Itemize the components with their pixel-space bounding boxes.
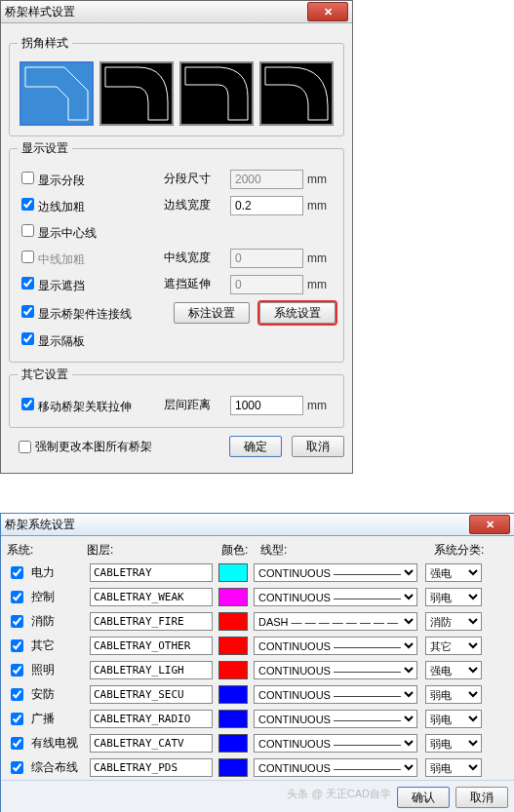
layer-input[interactable] — [90, 637, 213, 655]
show-connector-checkbox[interactable] — [21, 305, 34, 318]
row-checkbox[interactable] — [11, 713, 23, 725]
block-ext-input[interactable] — [230, 275, 303, 294]
system-row: 广播 CONTINUOUS ———————— 弱电 — [1, 707, 514, 731]
close-button-2[interactable]: ✕ — [469, 515, 510, 534]
block-ext-label: 遮挡延伸 — [164, 276, 224, 292]
system-name: 综合布线 — [31, 759, 90, 776]
system-settings-button[interactable]: 系统设置 — [259, 302, 336, 324]
color-swatch[interactable] — [218, 563, 248, 582]
color-swatch[interactable] — [218, 710, 248, 728]
color-swatch[interactable] — [218, 685, 248, 704]
system-settings-dialog: 桥架系统设置 ✕ 系统: 图层: 颜色: 线型: 系统分类: 电力 CONTIN… — [0, 513, 514, 812]
ok-button-2[interactable]: 确认 — [397, 787, 450, 808]
corner-option-3[interactable] — [179, 61, 254, 126]
edge-width-input[interactable] — [230, 196, 303, 215]
hdr-system: 系统: — [7, 542, 87, 559]
show-connector-label: 显示桥架件连接线 — [38, 307, 132, 321]
color-swatch[interactable] — [218, 588, 248, 606]
color-swatch[interactable] — [218, 758, 248, 777]
color-swatch[interactable] — [218, 734, 248, 753]
layer-input[interactable] — [90, 734, 213, 753]
class-select[interactable]: 弱电 — [425, 685, 482, 704]
show-seg-checkbox[interactable] — [21, 172, 34, 184]
force-all-checkbox[interactable] — [19, 441, 31, 453]
class-select[interactable]: 消防 — [425, 612, 482, 631]
layer-input[interactable] — [90, 563, 213, 582]
show-partition-checkbox[interactable] — [21, 332, 34, 345]
corner-option-2[interactable] — [99, 61, 174, 126]
cancel-button-2[interactable]: 取消 — [455, 787, 508, 808]
show-partition-label: 显示隔板 — [38, 334, 85, 348]
ok-button[interactable]: 确定 — [229, 436, 282, 457]
system-name: 有线电视 — [31, 735, 90, 752]
block-ext-unit: mm — [307, 278, 327, 291]
linetype-select[interactable]: CONTINUOUS ———————— — [254, 588, 417, 606]
bold-edge-checkbox[interactable] — [21, 198, 34, 211]
titlebar-2[interactable]: 桥架系统设置 ✕ — [1, 514, 514, 536]
linetype-select[interactable]: CONTINUOUS ———————— — [254, 758, 417, 777]
linetype-select[interactable]: DASH — — — — — — — — — [254, 612, 417, 631]
system-row: 安防 CONTINUOUS ———————— 弱电 — [1, 682, 514, 707]
layer-input[interactable] — [90, 710, 213, 728]
show-seg-label: 显示分段 — [38, 174, 85, 187]
move-stretch-checkbox[interactable] — [21, 398, 34, 410]
center-width-unit: mm — [307, 251, 327, 265]
row-checkbox[interactable] — [11, 688, 23, 701]
row-checkbox[interactable] — [11, 639, 23, 652]
move-stretch-label: 移动桥架关联拉伸 — [38, 400, 132, 413]
layer-input[interactable] — [90, 685, 213, 704]
color-swatch[interactable] — [218, 612, 248, 631]
cancel-button[interactable]: 取消 — [292, 436, 344, 457]
hdr-ltype: 线型: — [260, 542, 434, 559]
system-row: 有线电视 CONTINUOUS ———————— 弱电 — [1, 731, 514, 755]
system-row: 照明 CONTINUOUS ———————— 强电 — [1, 658, 514, 682]
row-checkbox[interactable] — [11, 737, 23, 750]
linetype-select[interactable]: CONTINUOUS ———————— — [254, 710, 417, 728]
row-checkbox[interactable] — [11, 591, 23, 603]
row-checkbox[interactable] — [11, 664, 23, 677]
layer-dist-unit: mm — [307, 399, 327, 412]
layer-input[interactable] — [90, 661, 213, 679]
show-center-checkbox[interactable] — [21, 224, 34, 237]
close-button[interactable]: ✕ — [307, 2, 348, 21]
class-select[interactable]: 强电 — [425, 563, 482, 582]
force-all-label: 强制更改本图所有桥架 — [35, 439, 152, 455]
linetype-select[interactable]: CONTINUOUS ———————— — [254, 734, 417, 753]
system-name: 广播 — [31, 711, 90, 727]
other-settings-group: 其它设置 移动桥架关联拉伸 层间距离mm — [9, 367, 344, 428]
class-select[interactable]: 弱电 — [425, 758, 482, 777]
annot-settings-button[interactable]: 标注设置 — [174, 302, 250, 324]
row-checkbox[interactable] — [11, 615, 23, 628]
seg-size-input[interactable] — [230, 170, 303, 189]
seg-size-unit: mm — [307, 173, 327, 186]
bold-center-checkbox[interactable] — [21, 251, 34, 263]
color-swatch[interactable] — [218, 637, 248, 655]
color-swatch[interactable] — [218, 661, 248, 679]
dialog2-title: 桥架系统设置 — [5, 517, 469, 533]
corner-option-1[interactable] — [20, 61, 94, 126]
linetype-select[interactable]: CONTINUOUS ———————— — [254, 685, 417, 704]
class-select[interactable]: 其它 — [425, 637, 482, 655]
system-row: 电力 CONTINUOUS ———————— 强电 — [1, 561, 514, 585]
hdr-layer: 图层: — [87, 542, 221, 559]
dialog-title: 桥架样式设置 — [5, 4, 307, 20]
layer-dist-input[interactable] — [230, 396, 303, 415]
linetype-select[interactable]: CONTINUOUS ———————— — [254, 661, 417, 679]
layer-input[interactable] — [90, 588, 213, 606]
class-select[interactable]: 弱电 — [425, 710, 482, 728]
row-checkbox[interactable] — [11, 566, 23, 579]
class-select[interactable]: 强电 — [425, 661, 482, 679]
system-name: 消防 — [31, 613, 90, 630]
corner-option-4[interactable] — [259, 61, 334, 126]
layer-input[interactable] — [90, 612, 213, 631]
system-name: 控制 — [31, 589, 90, 605]
linetype-select[interactable]: CONTINUOUS ———————— — [254, 563, 417, 582]
titlebar[interactable]: 桥架样式设置 ✕ — [1, 1, 352, 23]
center-width-input[interactable] — [230, 249, 303, 268]
show-block-checkbox[interactable] — [21, 277, 34, 290]
layer-input[interactable] — [90, 758, 213, 777]
row-checkbox[interactable] — [11, 761, 23, 774]
class-select[interactable]: 弱电 — [425, 588, 482, 606]
class-select[interactable]: 弱电 — [425, 734, 482, 753]
linetype-select[interactable]: CONTINUOUS ———————— — [254, 637, 417, 655]
